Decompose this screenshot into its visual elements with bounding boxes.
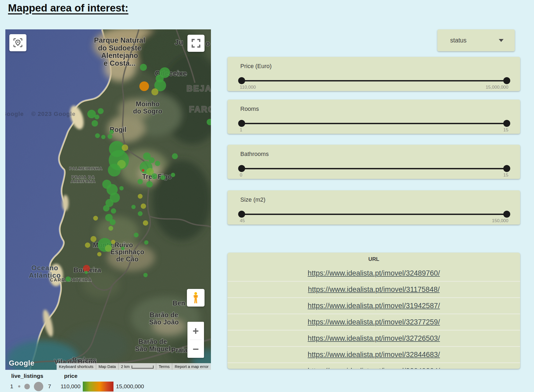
slider-min-value: 1 bbox=[240, 127, 242, 133]
range-slider[interactable] bbox=[242, 77, 507, 84]
listing-dot[interactable] bbox=[142, 169, 144, 172]
listing-dot[interactable] bbox=[134, 233, 139, 237]
slider-handle-max[interactable] bbox=[503, 120, 510, 127]
slider-track[interactable] bbox=[242, 80, 507, 81]
fullscreen-icon bbox=[191, 39, 201, 48]
listing-dot[interactable] bbox=[103, 205, 109, 211]
map-label: Google bbox=[5, 111, 24, 117]
slider-track[interactable] bbox=[242, 168, 507, 169]
keyboard-shortcuts-link[interactable]: Keyboard shortcuts bbox=[57, 363, 96, 370]
url-link[interactable]: https://www.idealista.pt/imovel/31175848… bbox=[308, 285, 439, 293]
url-link[interactable]: https://www.idealista.pt/imovel/32726503… bbox=[308, 334, 440, 342]
listing-dot[interactable] bbox=[93, 216, 98, 221]
slider-handle-min[interactable] bbox=[238, 211, 245, 218]
listing-dot[interactable] bbox=[101, 135, 105, 139]
listing-dot[interactable] bbox=[151, 88, 158, 95]
listing-dot[interactable] bbox=[155, 161, 160, 166]
map-label: Barão deSão João bbox=[149, 311, 179, 326]
listing-dot[interactable] bbox=[144, 240, 148, 245]
listing-dot[interactable] bbox=[85, 242, 90, 248]
filter-slider-panel: Price (Euro) 110,000 15,000,000 bbox=[227, 57, 520, 91]
listing-dot[interactable] bbox=[110, 219, 116, 225]
zoom-out-button[interactable]: − bbox=[187, 340, 204, 358]
listing-dot[interactable] bbox=[98, 108, 104, 114]
url-table-row: https://www.idealista.pt/imovel/32489760… bbox=[227, 265, 520, 281]
fullscreen-button[interactable] bbox=[187, 35, 205, 52]
listing-dot[interactable] bbox=[121, 246, 125, 250]
map-label: Praia bbox=[171, 346, 188, 354]
listing-dot[interactable] bbox=[146, 181, 153, 187]
range-slider[interactable] bbox=[242, 165, 507, 172]
listing-dot[interactable] bbox=[119, 186, 124, 190]
map-label: CARRAPATEIRA bbox=[50, 277, 92, 283]
filter-slider-panel: Rooms 1 15 bbox=[227, 100, 520, 134]
listing-dot[interactable] bbox=[111, 208, 116, 214]
status-dropdown[interactable]: status bbox=[437, 29, 515, 51]
url-link[interactable]: https://www.idealista.pt/imovel/32049204… bbox=[308, 367, 440, 369]
map-label: OceanoAtlântico bbox=[29, 264, 61, 279]
listing-dot[interactable] bbox=[143, 220, 148, 226]
listing-dot[interactable] bbox=[122, 144, 128, 151]
listing-dot[interactable] bbox=[160, 175, 165, 180]
pegman-button[interactable] bbox=[187, 289, 205, 307]
map-container[interactable]: Parque Naturaldo SudoesteAlentejanoe Cos… bbox=[5, 29, 211, 370]
listing-dot[interactable] bbox=[138, 211, 143, 216]
listing-dot[interactable] bbox=[172, 153, 178, 159]
map-label: Moinhodo Sogro bbox=[133, 100, 162, 115]
map-label: Ju bbox=[175, 38, 183, 46]
slider-min-value: 45 bbox=[240, 218, 245, 224]
slider-min-value: 0 bbox=[240, 173, 242, 178]
slider-handle-max[interactable] bbox=[503, 211, 510, 218]
slider-handle-max[interactable] bbox=[503, 77, 510, 84]
listing-dot[interactable] bbox=[138, 194, 143, 199]
map-label: o bbox=[206, 40, 210, 48]
listing-dot[interactable] bbox=[105, 245, 112, 252]
listing-dot[interactable] bbox=[139, 81, 149, 91]
listing-dot[interactable] bbox=[108, 226, 113, 231]
slider-handle-min[interactable] bbox=[238, 120, 245, 127]
url-link[interactable]: https://www.idealista.pt/imovel/32844683… bbox=[308, 351, 440, 359]
listing-dot[interactable] bbox=[108, 164, 121, 177]
listing-dot[interactable] bbox=[85, 271, 88, 274]
legend-price-row: 110,000 15,000,000 bbox=[61, 381, 144, 392]
locate-area-button[interactable] bbox=[9, 34, 26, 51]
slider-track[interactable] bbox=[242, 214, 507, 215]
google-logo[interactable]: Google bbox=[9, 359, 34, 367]
range-slider[interactable] bbox=[242, 120, 507, 127]
listing-dot[interactable] bbox=[92, 120, 98, 127]
terms-link[interactable]: Terms bbox=[156, 363, 172, 370]
zoom-in-button[interactable]: + bbox=[187, 322, 204, 340]
slider-handle-min[interactable] bbox=[238, 165, 245, 172]
listing-dot[interactable] bbox=[91, 236, 96, 242]
slider-label: Rooms bbox=[240, 105, 259, 112]
listing-dot[interactable] bbox=[95, 115, 99, 119]
listing-dot[interactable] bbox=[131, 205, 136, 209]
map-canvas[interactable]: Parque Naturaldo SudoesteAlentejanoe Cos… bbox=[5, 29, 211, 370]
url-table-row: https://www.idealista.pt/imovel/32726503… bbox=[227, 330, 520, 346]
url-link[interactable]: https://www.idealista.pt/imovel/32489760… bbox=[308, 269, 440, 277]
scale-control[interactable]: 2 km bbox=[118, 363, 156, 370]
listing-dot[interactable] bbox=[97, 252, 101, 256]
listing-dot[interactable] bbox=[151, 173, 157, 179]
listing-dot[interactable] bbox=[138, 179, 143, 184]
range-slider[interactable] bbox=[242, 211, 507, 218]
slider-track[interactable] bbox=[242, 123, 507, 124]
listing-dot[interactable] bbox=[141, 203, 146, 209]
listing-dot[interactable] bbox=[65, 276, 71, 282]
listing-dot[interactable] bbox=[111, 240, 115, 244]
slider-handle-min[interactable] bbox=[238, 77, 245, 84]
listing-dot[interactable] bbox=[140, 64, 147, 71]
listing-dot[interactable] bbox=[109, 130, 114, 134]
listing-dot[interactable] bbox=[108, 134, 112, 139]
slider-handle-max[interactable] bbox=[503, 165, 510, 172]
listing-dot[interactable] bbox=[143, 273, 148, 277]
url-link[interactable]: https://www.idealista.pt/imovel/32377259… bbox=[308, 318, 440, 326]
map-label: PALMEIRINHA bbox=[69, 166, 103, 171]
legend-price-min: 110,000 bbox=[61, 383, 80, 390]
listing-dot[interactable] bbox=[95, 133, 100, 138]
listing-dot[interactable] bbox=[171, 173, 175, 177]
map-label: FARO bbox=[189, 105, 211, 114]
dropdown-caret-icon bbox=[499, 39, 504, 42]
report-map-error-link[interactable]: Report a map error bbox=[172, 363, 211, 370]
url-link[interactable]: https://www.idealista.pt/imovel/31942587… bbox=[308, 302, 440, 310]
